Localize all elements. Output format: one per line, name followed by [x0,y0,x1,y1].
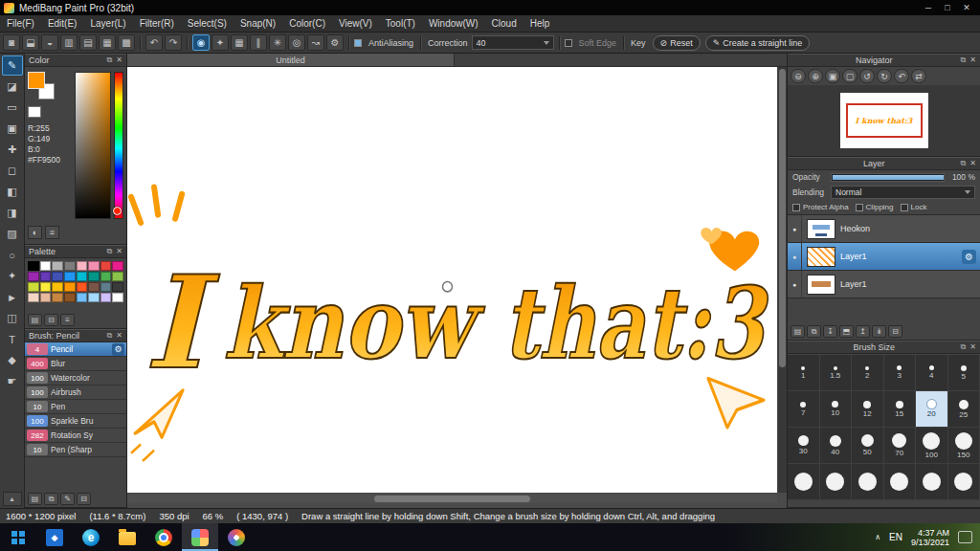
palette-swatch[interactable] [28,272,39,281]
vertical-scroll-handle[interactable] [779,69,786,367]
edit-brush-icon[interactable]: ✎ [60,493,75,505]
palette-swatch[interactable] [100,261,112,271]
lasso-tool[interactable]: ○ [2,245,23,265]
menu-snap[interactable]: Snap(N) [234,15,282,32]
flip-icon[interactable]: ⇄ [911,69,926,83]
start-button[interactable] [0,523,36,551]
menu-window[interactable]: Window(W) [422,15,485,32]
brush-item[interactable]: 400Blur [25,357,126,371]
material-icon[interactable]: ▩ [118,34,135,51]
export-icon[interactable]: ⬓ [22,34,39,51]
grid-snap-icon[interactable]: ▦ [231,34,248,51]
brush-item[interactable]: 282Rotation Sy [25,429,126,443]
palette-swatch[interactable] [112,272,123,281]
palette-swatch[interactable] [52,293,63,302]
panel-close-icon[interactable]: ✕ [116,332,122,340]
toolstrip-scroll-up-icon[interactable]: ▲ [3,492,22,506]
brush-size-cell[interactable]: 7 [788,391,820,428]
layer-visibility-icon[interactable]: ● [788,243,802,270]
panel-popout-icon[interactable]: ⧉ [107,332,113,340]
brush-size-cell[interactable]: 5 [948,355,980,391]
brush-size-cell[interactable]: 20 [916,391,948,428]
horizontal-scroll-handle[interactable] [374,496,530,502]
rect-select-tool[interactable]: ▭ [2,98,23,118]
layer-row[interactable]: ●Layer1⚙ [788,243,980,271]
undo-icon[interactable]: ↶ [145,34,163,51]
operation-tool[interactable]: ► [2,287,23,307]
paint-taskbar-icon[interactable] [218,523,255,551]
panel-popout-icon[interactable]: ⧉ [961,56,967,64]
grid-icon[interactable]: ▦ [99,34,116,51]
palette-swatch[interactable] [88,282,100,292]
brush-size-cell[interactable]: 50 [852,428,884,464]
medibang-taskbar-icon[interactable] [182,523,218,551]
palette-swatch[interactable] [112,282,123,292]
add-brush-icon[interactable]: ▤ [28,493,42,505]
create-straight-line-button[interactable]: ✎ Create a straight line [705,35,811,51]
chrome-taskbar-icon[interactable] [145,523,182,551]
palette-swatch[interactable] [88,261,100,271]
palette-swatch[interactable] [28,282,39,292]
redo-icon[interactable]: ↷ [165,34,182,51]
panel-popout-icon[interactable]: ⧉ [107,56,113,64]
palette-swatch[interactable] [64,272,76,281]
layer-row[interactable]: ●Heokon [788,215,980,243]
palette-swatch[interactable] [40,272,52,281]
folder-icon[interactable]: ⬒ [839,325,854,338]
clock[interactable]: 4:37 AM 9/13/2021 [911,528,949,547]
brush-size-cell[interactable]: 40 [820,428,853,464]
hue-bar[interactable] [114,72,123,219]
document-tab[interactable]: Untitled [127,54,455,66]
layer-visibility-icon[interactable]: ● [788,271,802,298]
gradient-tool[interactable]: ▨ [2,224,23,244]
brush-size-cell[interactable] [948,464,980,500]
delete-layer-icon[interactable]: ⊟ [888,325,902,338]
bucket-tool[interactable]: ◨ [2,203,23,223]
menu-file[interactable]: File(F) [0,15,41,32]
panel-popout-icon[interactable]: ⧉ [961,160,967,167]
duplicate-brush-icon[interactable]: ⧉ [44,493,58,505]
palette-swatch[interactable] [77,293,88,302]
cross-snap-icon[interactable]: ✳ [269,34,286,51]
layer-up-icon[interactable]: ↥ [856,325,870,338]
palette-swatch[interactable] [40,282,52,292]
hand-tool[interactable]: ☛ [2,371,23,391]
brush-settings-gear-icon[interactable]: ⚙ [112,343,124,356]
palette-swatch[interactable] [64,282,76,292]
antialiasing-checkbox[interactable] [354,39,362,47]
lock-checkbox[interactable] [901,204,908,211]
layer-down-icon[interactable]: ↧ [823,325,837,338]
edge-taskbar-icon[interactable] [73,523,109,551]
rotate-right-icon[interactable]: ↻ [877,69,892,83]
transform-tool[interactable]: ◻ [2,161,23,181]
correction-select[interactable]: 40 [472,35,554,50]
palette-swatch[interactable] [52,272,63,281]
layer-row[interactable]: ●Layer1 [788,271,980,298]
panel-close-icon[interactable]: ✕ [969,160,976,167]
vertical-scrollbar[interactable] [778,67,787,493]
panel-close-icon[interactable]: ✕ [116,248,122,255]
photos-taskbar-icon[interactable] [36,523,73,551]
palette-swatch[interactable] [40,261,52,271]
menu-tool[interactable]: Tool(T) [379,15,422,32]
duplicate-layer-icon[interactable]: ⧉ [807,325,821,338]
fg-bg-swatches[interactable] [28,72,60,102]
text-tool[interactable]: T [2,329,23,349]
panel-popout-icon[interactable]: ⧉ [107,248,113,255]
panel-popout-icon[interactable]: ⧉ [961,343,967,351]
palette-swatch[interactable] [77,282,88,292]
brush-size-cell[interactable]: 25 [948,391,980,428]
palette-swatch[interactable] [100,293,112,302]
panel-close-icon[interactable]: ✕ [116,56,122,64]
saturation-value-box[interactable] [75,72,111,219]
brush-size-cell[interactable]: 10 [820,391,853,428]
palette-swatch[interactable] [64,293,76,302]
brush-size-cell[interactable] [820,464,853,500]
move-tool[interactable]: ✚ [2,140,23,160]
brush-size-cell[interactable]: 30 [788,428,820,464]
menu-color[interactable]: Color(C) [282,15,332,32]
zoom-out-icon[interactable]: ⊖ [791,69,806,83]
brush-size-cell[interactable]: 4 [916,355,948,391]
palette-swatch[interactable] [100,272,112,281]
eraser-tool[interactable]: ◪ [2,77,23,97]
